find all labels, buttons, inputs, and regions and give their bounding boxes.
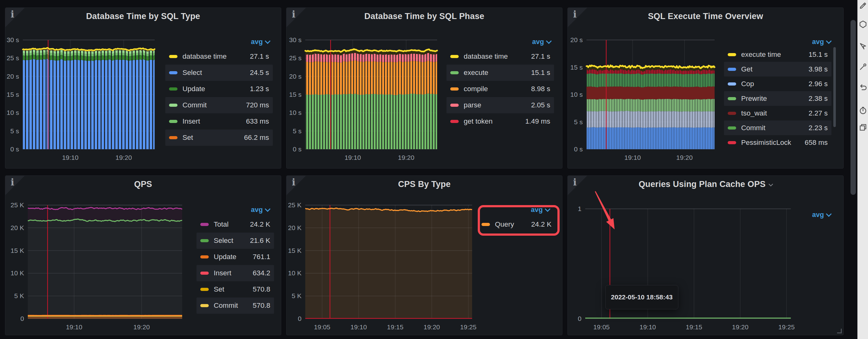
timer-icon[interactable]	[859, 106, 867, 115]
legend-calc-dropdown[interactable]: avg	[812, 211, 831, 219]
pencil-icon[interactable]	[859, 1, 867, 10]
legend-value: 634.2	[253, 269, 270, 277]
legend-label: Get	[741, 65, 809, 73]
legend-value: 24.5 s	[250, 69, 269, 77]
series-color-swatch	[169, 71, 178, 74]
legend-label: tso_wait	[741, 109, 809, 117]
legend-label: Commit	[183, 101, 246, 109]
series-color-swatch	[169, 136, 178, 139]
layers-icon[interactable]	[859, 123, 867, 132]
legend-value: 66.2 ms	[244, 134, 269, 142]
legend-label: Insert	[183, 117, 246, 126]
legend-item-update[interactable]: Update1.23 s	[165, 81, 273, 97]
legend-label: execute time	[741, 50, 809, 59]
legend-item-commit[interactable]: Commit2.23 s	[724, 121, 832, 135]
legend-item-execute-time[interactable]: execute time15.1 s	[724, 47, 832, 62]
legend-calc-label: avg	[812, 38, 824, 45]
legend-value: 2.38 s	[809, 95, 828, 103]
legend-value: 15.1 s	[531, 69, 550, 77]
legend-label: Update	[214, 253, 253, 261]
legend-value: 21.6 K	[250, 237, 270, 245]
x-tick-label: 19:10	[624, 154, 641, 161]
series-color-swatch	[728, 127, 736, 130]
series-color-swatch	[200, 239, 209, 242]
legend-item-commit[interactable]: Commit570.8	[196, 298, 274, 314]
y-tick-label: 10 s	[6, 109, 19, 116]
legend-item-update[interactable]: Update761.1	[196, 249, 274, 265]
series-color-swatch	[169, 120, 178, 123]
legend-item-parse[interactable]: parse2.05 s	[446, 97, 554, 113]
y-tick-label: 0 s	[10, 145, 19, 152]
legend: database time27.1 sexecute15.1 scompile8…	[446, 48, 554, 130]
legend-label: get token	[464, 117, 525, 126]
series-color-swatch	[728, 112, 736, 115]
legend-value: 1.49 ms	[525, 117, 550, 126]
legend-item-total[interactable]: Total24.2 K	[196, 216, 274, 233]
legend-item-tso_wait[interactable]: tso_wait2.27 s	[724, 106, 832, 121]
chart-cps-by-type[interactable]: 25 K20 K15 K10 K5 K019:0519:1019:1519:20…	[286, 176, 563, 336]
legend-item-database-time[interactable]: database time27.1 s	[165, 48, 273, 65]
series-color-swatch	[169, 55, 178, 58]
legend-label: Select	[214, 237, 250, 245]
legend: Total24.2 KSelect21.6 KUpdate761.1Insert…	[196, 216, 274, 314]
panel-sql-execute-time-overview: iSQL Execute Time Overview20 s15 s10 s5 …	[567, 7, 844, 169]
series-color-swatch	[450, 55, 459, 58]
legend-item-pessimisticlock[interactable]: PessimisticLock658 ms	[724, 135, 832, 150]
legend-label: Commit	[214, 302, 253, 310]
series-color-swatch	[169, 104, 178, 107]
y-tick-label: 10 K	[11, 269, 24, 277]
series-color-swatch	[200, 255, 209, 259]
legend-item-execute[interactable]: execute15.1 s	[446, 65, 554, 81]
series-color-swatch	[200, 304, 209, 307]
legend-calc-dropdown[interactable]: avg	[251, 38, 270, 46]
legend-calc-label: avg	[812, 211, 824, 218]
x-tick-label: 19:20	[423, 324, 440, 331]
x-tick-label: 19:20	[732, 324, 749, 331]
arrow-icon[interactable]	[859, 42, 867, 50]
legend-scrollbar[interactable]	[833, 47, 836, 127]
legend-label: database time	[464, 53, 531, 61]
legend-calc-dropdown[interactable]: avg	[812, 38, 831, 46]
stacked-series	[23, 48, 155, 149]
legend-item-set[interactable]: Set66.2 ms	[165, 130, 273, 146]
y-tick-label: 25 s	[289, 54, 302, 62]
panel-resize-handle[interactable]	[837, 329, 842, 333]
legend-item-database-time[interactable]: database time27.1 s	[446, 48, 554, 65]
legend-item-insert[interactable]: Insert633 ms	[165, 113, 273, 130]
connector-icon[interactable]	[859, 62, 867, 71]
y-tick-label: 10 K	[288, 269, 302, 277]
page-scrollbar[interactable]	[850, 20, 856, 195]
chevron-down-icon	[826, 38, 832, 44]
legend-item-get-token[interactable]: get token1.49 ms	[446, 113, 554, 130]
stacked-series	[587, 65, 715, 149]
chart-queries-using-plan-cache-ops[interactable]: 1019:0519:1019:1519:2019:25	[568, 176, 844, 336]
legend-item-compile[interactable]: compile8.98 s	[446, 81, 554, 97]
x-tick-label: 19:10	[640, 324, 656, 331]
x-tick-label: 19:20	[116, 154, 132, 161]
y-tick-label: 30 s	[289, 36, 302, 43]
legend-calc-dropdown[interactable]: avg	[532, 38, 551, 46]
legend-value: 2.27 s	[809, 109, 828, 117]
legend-item-cop[interactable]: Cop2.96 s	[724, 76, 832, 91]
chevron-down-icon	[826, 211, 832, 217]
legend-value: 658 ms	[805, 139, 828, 147]
series-color-swatch	[450, 104, 459, 107]
legend-label: execute	[464, 69, 531, 77]
legend-item-get[interactable]: Get3.98 s	[724, 62, 832, 76]
legend: database time27.1 sSelect24.5 sUpdate1.2…	[165, 48, 273, 146]
y-tick-label: 25 K	[11, 201, 24, 208]
legend-value: 2.05 s	[531, 101, 550, 109]
y-tick-label: 0 s	[293, 145, 302, 152]
legend-item-select[interactable]: Select24.5 s	[165, 65, 273, 81]
shape-icon[interactable]	[859, 20, 867, 29]
legend-item-select[interactable]: Select21.6 K	[196, 233, 274, 249]
legend-item-prewrite[interactable]: Prewrite2.38 s	[724, 91, 832, 106]
undo-icon[interactable]	[859, 83, 867, 92]
legend-item-insert[interactable]: Insert634.2	[196, 265, 274, 281]
annotation-highlight-box	[478, 205, 560, 236]
legend-item-set[interactable]: Set570.8	[196, 281, 274, 298]
y-tick-label: 20 s	[570, 36, 583, 43]
legend-calc-dropdown[interactable]: avg	[251, 206, 270, 214]
legend-item-commit[interactable]: Commit720 ms	[165, 97, 273, 113]
legend-value: 8.98 s	[531, 85, 550, 93]
